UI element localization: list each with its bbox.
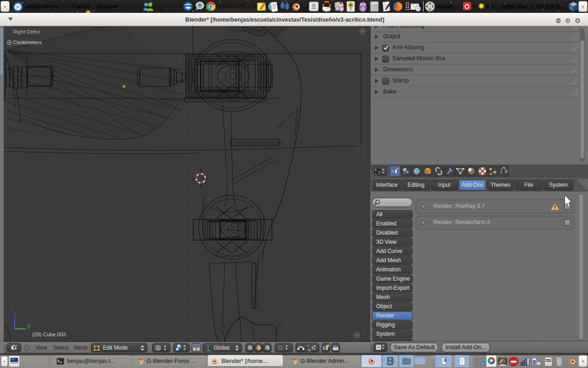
svg-text:y: y	[28, 322, 30, 329]
svg-text:z: z	[14, 311, 17, 317]
